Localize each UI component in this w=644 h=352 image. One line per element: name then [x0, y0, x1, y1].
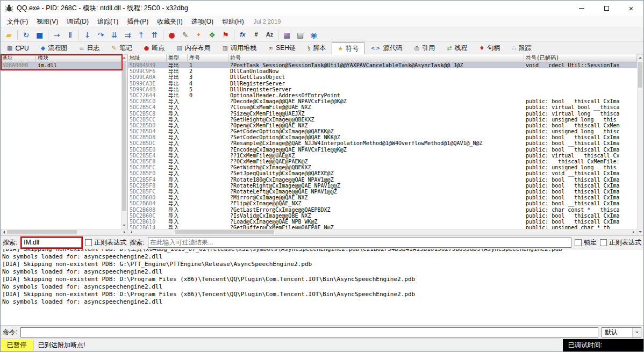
- column-header-base[interactable]: 基址: [1, 54, 36, 62]
- symbol-row[interactable]: 5DC2B5C0导入?Decode@CxImage@@QAE_NPAVCxFil…: [128, 98, 637, 104]
- command-profile-select[interactable]: 默认: [602, 327, 641, 337]
- symbol-row[interactable]: 5DC2B614导入?GetBuffer@CxMemFile@@QAEPAE_N…: [128, 225, 637, 229]
- scroll-right-button[interactable]: [631, 229, 636, 235]
- restart-button[interactable]: ↻: [19, 29, 33, 41]
- tab-call-stack[interactable]: ▥调用堆栈: [217, 42, 262, 54]
- scroll-left-button[interactable]: [128, 229, 134, 235]
- symbol-row[interactable]: 5DC2B5E0导入?Encode@CxImage@@QAE_NPAVCxFil…: [128, 147, 637, 153]
- symbol-row[interactable]: 5DC2B5EC导入?GetWidth@CxImage@@QBEKXZpubli…: [128, 164, 637, 170]
- animate-into-button[interactable]: ⇊: [108, 29, 121, 41]
- run-to-user-code-button[interactable]: ⇈: [148, 29, 161, 41]
- symbol-row[interactable]: 5DC2B5D0导入?Open@CxMemFile@@QAE_NXZpublic…: [128, 123, 637, 128]
- command-input[interactable]: [20, 327, 598, 337]
- symbol-row[interactable]: 5DC2B5F4导入?Rotate180@CxImage@@QAE_NPAV1@…: [128, 177, 637, 183]
- scrollbar-track[interactable]: [121, 61, 127, 222]
- symbol-row[interactable]: 5D99CA4B导出5DllUnregisterServer: [128, 87, 637, 92]
- close-button[interactable]: ×: [619, 1, 643, 16]
- menu-item[interactable]: 调试(D): [62, 16, 93, 27]
- symbol-row[interactable]: 5D984939导出1?PostTask_Session@SessionTask…: [128, 62, 637, 68]
- symbol-row[interactable]: 5DC2B5CC导入?GetHeight@CxImage@@QBEKXZpubl…: [128, 117, 637, 123]
- tab-threads[interactable]: ⇄线程: [441, 42, 473, 54]
- symbol-row[interactable]: 5DC2B5DC导入?Resample@CxImage@@QAE_NJJW4In…: [128, 140, 637, 146]
- patch-button[interactable]: ✎: [178, 29, 192, 41]
- symbol-row[interactable]: 5DC2B604导入?Flip@CxImage@@QAE_NXZpublic: …: [128, 200, 637, 206]
- scrollbar-thumb[interactable]: [175, 230, 274, 234]
- chevron-down-icon[interactable]: [632, 328, 641, 337]
- pause-button[interactable]: Ⅱ: [63, 29, 77, 41]
- module-search-input[interactable]: [22, 238, 82, 248]
- scrollbar-thumb[interactable]: [7, 230, 77, 234]
- tab-symbols[interactable]: ★符号: [332, 42, 364, 54]
- modules-button[interactable]: ▤: [294, 29, 307, 41]
- tab-breakpoints[interactable]: ●断点: [138, 42, 171, 54]
- module-row[interactable]: 5D8A0000im.dll: [1, 62, 121, 69]
- column-header-ordinal[interactable]: 序号: [188, 54, 228, 62]
- animate-over-button[interactable]: ⇉: [121, 29, 134, 41]
- symbol-row[interactable]: 5DC2B5D8导入?SetCodecOption@CxImage@@QAE_N…: [128, 134, 637, 140]
- tab-handles[interactable]: ♦句柄: [474, 42, 506, 54]
- execute-till-return-button[interactable]: ↑: [134, 29, 148, 41]
- tab-script[interactable]: §脚本: [302, 42, 332, 54]
- scroll-left-button[interactable]: [1, 229, 7, 235]
- scrollbar-track[interactable]: [134, 229, 631, 235]
- tab-cpu[interactable]: ▦CPU: [1, 42, 35, 54]
- module-regex-checkbox[interactable]: [85, 239, 92, 246]
- lock-checkbox[interactable]: [575, 239, 582, 246]
- symbol-row[interactable]: 5DC2B610导入?Load@CxImage@@QAE_NPB_WK@Zpub…: [128, 219, 637, 225]
- favourites-button[interactable]: ⚑: [219, 29, 232, 41]
- scroll-right-button[interactable]: [121, 229, 127, 235]
- tab-source[interactable]: <>源代码: [364, 42, 408, 54]
- symbol-row[interactable]: 5DC2B5C8导入?Size@CxMemFile@@UAEJXZpublic:…: [128, 111, 637, 117]
- scroll-up-button[interactable]: [121, 55, 127, 61]
- breakpoint-button[interactable]: ●: [165, 29, 178, 41]
- symbol-regex-toggle[interactable]: 正则表达式: [600, 238, 641, 247]
- symbol-row[interactable]: 5D99C9F6导出2DllCanUnloadNow: [128, 68, 637, 74]
- scrollbar-thumb[interactable]: [122, 61, 126, 211]
- symbol-row[interactable]: 5DC2B5E4导入??1CxMemFile@@UAE@XZpublic: vi…: [128, 153, 637, 159]
- modules-horizontal-scrollbar[interactable]: [1, 229, 128, 235]
- symbol-row[interactable]: 5DC2B5F8导入?RotateRight@CxImage@@QAE_NPAV…: [128, 183, 637, 189]
- hash-button[interactable]: #: [249, 29, 263, 41]
- scrollbar-track[interactable]: [638, 61, 643, 229]
- menu-item[interactable]: 视图(V): [32, 16, 62, 27]
- scrollbar-track[interactable]: [7, 229, 121, 235]
- column-header-symbol[interactable]: 符号: [228, 54, 524, 62]
- symbol-row[interactable]: 5DC2B600导入?Mirror@CxImage@@QAE_NXZpublic…: [128, 195, 637, 200]
- comment-button[interactable]: ❖: [205, 29, 219, 41]
- menu-item[interactable]: 文件(F): [3, 16, 32, 27]
- symbol-row[interactable]: 5DC2B5E8导入??0CxMemFile@@QAE@PAEK@Zpublic…: [128, 159, 637, 164]
- column-header-module[interactable]: 模块: [36, 54, 121, 62]
- symbol-row[interactable]: 5DC2B5C4导入?Close@CxMemFile@@UAE_NXZpubli…: [128, 104, 637, 110]
- column-header-decoded[interactable]: 符号(已解码): [524, 54, 637, 62]
- tab-trace[interactable]: ∴跟踪: [506, 42, 537, 54]
- minimize-button[interactable]: [569, 1, 594, 16]
- symbols-vertical-scrollbar[interactable]: [637, 54, 643, 235]
- tab-memory-map[interactable]: ▤内存布局: [170, 42, 216, 54]
- menu-item[interactable]: 追踪(T): [93, 16, 123, 27]
- scroll-down-button[interactable]: [638, 229, 643, 235]
- menu-item[interactable]: 选项(O): [187, 16, 218, 27]
- menu-item[interactable]: 插件(P): [123, 16, 153, 27]
- menu-item[interactable]: 帮助(H): [218, 16, 248, 27]
- tab-seh-chain[interactable]: ∞SEH链: [262, 42, 302, 54]
- lock-toggle[interactable]: 锁定: [575, 238, 597, 247]
- run-button[interactable]: →: [50, 29, 63, 41]
- step-over-button[interactable]: ↷: [94, 29, 108, 41]
- text-button[interactable]: Az: [263, 29, 276, 41]
- fix-dump-button[interactable]: +: [192, 29, 205, 41]
- symbol-row[interactable]: 5DC2B5D4导入?GetCodecOption@CxImage@@QAEKK…: [128, 128, 637, 134]
- module-regex-toggle[interactable]: 正则表达式: [85, 238, 126, 247]
- modules-vertical-scrollbar[interactable]: [121, 54, 127, 229]
- symbol-row[interactable]: 5DC2B5FC导入?RotateLeft@CxImage@@QAE_NPAV1…: [128, 189, 637, 195]
- symbol-regex-checkbox[interactable]: [600, 239, 607, 246]
- scrollbar-thumb[interactable]: [638, 62, 642, 88]
- column-header-type[interactable]: 类型: [167, 54, 188, 62]
- settings-button[interactable]: ◉: [307, 29, 320, 41]
- step-into-button[interactable]: ↓: [81, 29, 94, 41]
- symbol-filter-input[interactable]: [148, 238, 571, 248]
- symbol-row[interactable]: 5D99CA0A导出3DllGetClassObject: [128, 74, 637, 80]
- menu-item[interactable]: 收藏夹(I): [153, 16, 187, 27]
- symbol-row[interactable]: 5DC2B608导入?GetLastError@CxImage@@QAEPBDX…: [128, 207, 637, 213]
- column-header-address[interactable]: 地址: [128, 54, 167, 62]
- scroll-up-button[interactable]: [638, 55, 643, 61]
